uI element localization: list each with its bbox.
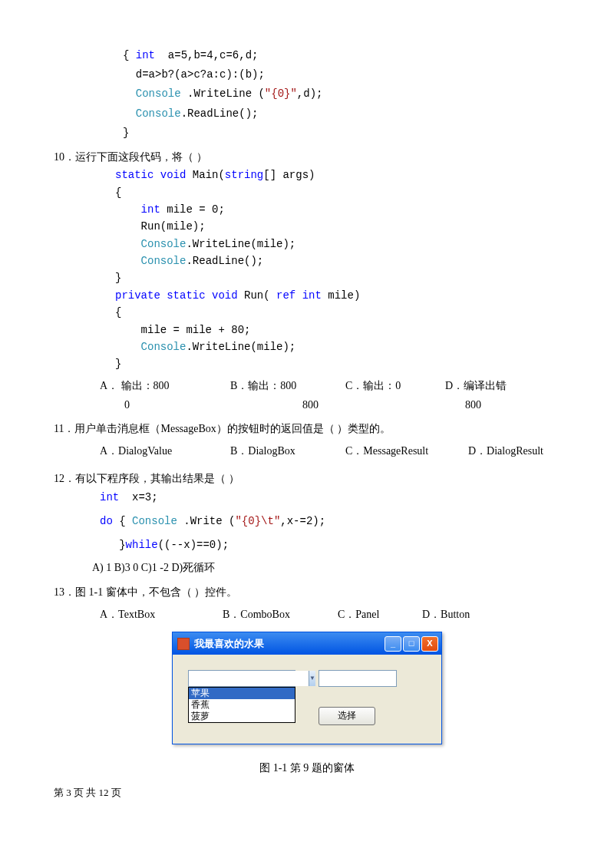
app-icon (177, 638, 190, 650)
question-13: 13．图 1-1 窗体中，不包含（ ）控件。 (54, 583, 560, 602)
option-b: B．输出：800 (230, 376, 345, 395)
code-line: { (115, 304, 560, 321)
code-line: int x=3; (100, 488, 560, 507)
q11-options: A．DialogValue B．DialogBox C．MessageResul… (54, 441, 560, 460)
code-line: mile = mile + 80; (115, 322, 560, 338)
minimize-button[interactable]: _ (385, 636, 401, 652)
figure-caption: 图 1-1 第 9 题的窗体 (54, 758, 560, 777)
code-line: int mile = 0; (115, 201, 560, 218)
textbox[interactable] (319, 670, 397, 687)
combobox-dropdown[interactable]: 苹果 香蕉 菠萝 (188, 687, 295, 723)
code-line: Run(mile); (115, 218, 560, 235)
code-line: } (115, 355, 560, 372)
option-c: C．MessageResult (345, 441, 468, 460)
code-line: d=a>b?(a>c?a:c):(b); (54, 65, 560, 84)
maximize-button[interactable]: □ (403, 636, 420, 652)
option-b: B．DialogBox (230, 441, 345, 460)
dropdown-item[interactable]: 菠萝 (189, 711, 295, 722)
code-line: } (115, 269, 560, 286)
code-line: do { Console .Write ("{0}\t",x-=2); (100, 512, 560, 531)
option-d: D．DialogResult (468, 441, 543, 460)
question-12: 12．有以下程序段，其输出结果是（ ） (54, 469, 560, 488)
code-line: { int a=5,b=4,c=6,d; (54, 46, 560, 65)
combobox-input[interactable] (189, 671, 309, 686)
form-window: 我最喜欢的水果 _ □ X ▼ 苹果 香蕉 菠萝 选择 (172, 632, 442, 744)
code-line: Console.WriteLine(mile); (115, 236, 560, 252)
titlebar[interactable]: 我最喜欢的水果 _ □ X (173, 632, 441, 655)
option-a: A．TextBox (100, 605, 223, 624)
option-c-2: 800 (418, 395, 565, 414)
code-line: { (115, 184, 560, 201)
code-line: static void Main(string[] args) (115, 167, 560, 183)
q10-options: A． 输出：800 B．输出：800 C．输出：0 D．编译出错 0 800 8… (54, 376, 560, 414)
close-button[interactable]: X (421, 636, 438, 652)
combobox[interactable]: ▼ (188, 670, 295, 687)
question-10: 10．运行下面这段代码，将（ ） (54, 147, 560, 167)
code-line: } (54, 124, 560, 143)
code-line: Console .WriteLine ("{0}",d); (54, 84, 560, 104)
code-line: Console.WriteLine(mile); (115, 338, 560, 355)
q12-options: A) 1 B)3 0 C)1 -2 D)死循环 (54, 558, 560, 577)
option-d: D．编译出错 (445, 376, 507, 395)
window-title: 我最喜欢的水果 (194, 635, 383, 652)
code-line: Console.ReadLine(); (54, 104, 560, 124)
option-d: D．Button (422, 605, 470, 624)
code-line: Console.ReadLine(); (115, 252, 560, 269)
code-line: }while((--x)==0); (100, 536, 560, 555)
dropdown-item[interactable]: 香蕉 (189, 699, 295, 711)
option-c: C．Panel (338, 605, 422, 624)
page-footer: 第 3 页 共 12 页 (54, 784, 560, 801)
select-button[interactable]: 选择 (319, 707, 375, 725)
option-a: A． 输出：800 (100, 376, 230, 395)
option-a: A．DialogValue (100, 441, 230, 460)
dropdown-item[interactable]: 苹果 (189, 688, 295, 699)
question-11: 11．用户单击消息框（MessageBox）的按钮时的返回值是（ ）类型的。 (54, 419, 560, 438)
option-c: C．输出：0 (345, 376, 445, 395)
option-b-2: 800 (255, 395, 418, 414)
option-a-2: 0 (100, 395, 255, 414)
code-block-9: { int a=5,b=4,c=6,d; d=a>b?(a>c?a:c):(b)… (54, 46, 560, 143)
code-line: private static void Run( ref int mile) (115, 287, 560, 304)
option-b: B．ComboBox (223, 605, 338, 624)
q13-options: A．TextBox B．ComboBox C．Panel D．Button (54, 605, 560, 624)
